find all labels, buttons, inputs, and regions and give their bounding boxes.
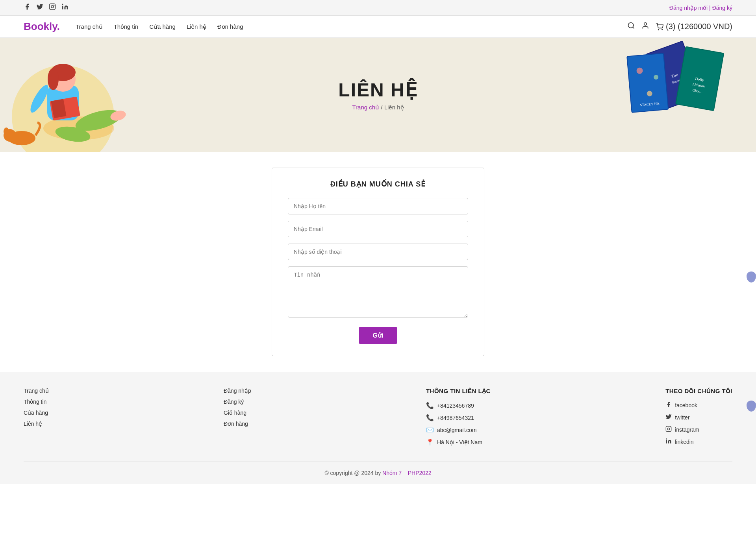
message-input[interactable] bbox=[288, 266, 468, 318]
hero-illustration bbox=[0, 38, 165, 152]
facebook-icon[interactable] bbox=[24, 3, 31, 12]
svg-rect-0 bbox=[50, 4, 56, 10]
svg-point-6 bbox=[644, 23, 647, 26]
address-value: Hà Nội - Việt Nam bbox=[437, 439, 482, 445]
footer-twitter-icon bbox=[665, 414, 672, 421]
footer-link-home[interactable]: Trang chủ bbox=[24, 388, 49, 394]
logo[interactable]: Bookly. bbox=[24, 20, 60, 33]
register-link[interactable]: Đăng ký bbox=[712, 5, 732, 11]
nav-orders[interactable]: Đơn hàng bbox=[217, 23, 243, 30]
footer-linkedin-label: linkedin bbox=[675, 439, 693, 445]
svg-point-14 bbox=[48, 68, 59, 90]
footer-facebook[interactable]: facebook bbox=[665, 401, 732, 409]
social-icons bbox=[24, 3, 69, 12]
user-icon[interactable] bbox=[641, 22, 649, 31]
phone2-item: 📞 +84987654321 bbox=[426, 414, 491, 421]
footer-link-store[interactable]: Cửa hàng bbox=[24, 410, 49, 416]
footer-facebook-label: facebook bbox=[675, 402, 697, 408]
nav-contact[interactable]: Liên hệ bbox=[187, 23, 206, 30]
svg-point-42 bbox=[670, 427, 670, 428]
footer-link-orders[interactable]: Đơn hàng bbox=[224, 421, 251, 427]
footer-linkedin[interactable]: linkedin bbox=[665, 438, 732, 445]
footer-linkedin-icon bbox=[665, 438, 672, 445]
footer-link-login[interactable]: Đăng nhập bbox=[224, 388, 251, 394]
drop-1 bbox=[747, 272, 756, 283]
footer-link-cart[interactable]: Giỏ hàng bbox=[224, 410, 251, 416]
phone2-value: +84987654321 bbox=[437, 415, 474, 421]
header: Bookly. Trang chủ Thông tin Cửa hàng Liê… bbox=[0, 16, 756, 38]
email-field-group bbox=[288, 221, 468, 237]
footer-instagram-label: instagram bbox=[675, 427, 699, 433]
contact-form-card: ĐIỀU BẠN MUỐN CHIA SẺ Gửi bbox=[272, 168, 484, 356]
svg-point-4 bbox=[628, 23, 634, 28]
footer-link-register[interactable]: Đăng ký bbox=[224, 399, 251, 405]
copyright-text: © copyright @ 2024 by bbox=[324, 470, 382, 476]
nav-home[interactable]: Trang chủ bbox=[76, 23, 103, 30]
nav-store[interactable]: Cửa hàng bbox=[149, 23, 176, 30]
message-field-group bbox=[288, 266, 468, 319]
svg-point-41 bbox=[667, 428, 669, 430]
name-input[interactable] bbox=[288, 198, 468, 214]
breadcrumb-separator: / bbox=[381, 104, 384, 111]
breadcrumb: Trang chủ / Liên hệ bbox=[338, 104, 417, 111]
phone-input[interactable] bbox=[288, 244, 468, 260]
footer-link-info[interactable]: Thông tin bbox=[24, 399, 49, 405]
footer-twitter-label: twitter bbox=[675, 414, 689, 421]
phone-icon-2: 📞 bbox=[426, 414, 434, 421]
decorative-drops bbox=[747, 272, 756, 412]
footer-instagram[interactable]: instagram bbox=[665, 426, 732, 433]
name-field-group bbox=[288, 198, 468, 214]
phone1-value: +84123456789 bbox=[437, 403, 474, 409]
email-value: abc@gmail.com bbox=[437, 427, 477, 433]
svg-point-2 bbox=[54, 5, 54, 6]
submit-button[interactable]: Gửi bbox=[359, 327, 398, 344]
phone-field-group bbox=[288, 244, 468, 260]
page-title: LIÊN HỆ bbox=[338, 79, 417, 101]
top-bar: Đăng nhập mới | Đăng ký bbox=[0, 0, 756, 16]
phone-icon-1: 📞 bbox=[426, 402, 434, 409]
breadcrumb-current: Liên hệ bbox=[384, 104, 404, 111]
contact-info-title: THÔNG TIN LIÊN LẠC bbox=[426, 388, 491, 395]
footer-col-3: THÔNG TIN LIÊN LẠC 📞 +84123456789 📞 +849… bbox=[426, 388, 491, 446]
svg-rect-40 bbox=[666, 426, 671, 431]
footer-twitter[interactable]: twitter bbox=[665, 414, 732, 421]
svg-point-8 bbox=[662, 29, 663, 30]
nav-info[interactable]: Thông tin bbox=[114, 23, 139, 30]
cart-button[interactable]: (3) (1260000 VND) bbox=[656, 22, 732, 31]
hero-banner: LIÊN HỆ Trang chủ / Liên hệ The Found Do… bbox=[0, 38, 756, 152]
email-input[interactable] bbox=[288, 221, 468, 237]
email-icon: ✉️ bbox=[426, 426, 434, 434]
linkedin-icon[interactable] bbox=[61, 3, 69, 12]
footer-col-1: Trang chủ Thông tin Cửa hàng Liên hệ bbox=[24, 388, 49, 446]
instagram-icon[interactable] bbox=[49, 3, 56, 12]
contact-section: ĐIỀU BẠN MUỐN CHIA SẺ Gửi bbox=[0, 152, 756, 372]
social-title: THEO DÕI CHÚNG TÔI bbox=[665, 388, 732, 394]
footer-link-contact[interactable]: Liên hệ bbox=[24, 421, 49, 427]
hero-text: LIÊN HỆ Trang chủ / Liên hệ bbox=[338, 79, 417, 111]
phone1-item: 📞 +84123456789 bbox=[426, 402, 491, 409]
drop-2 bbox=[747, 401, 756, 412]
svg-point-24 bbox=[5, 128, 8, 131]
footer-instagram-icon bbox=[665, 426, 672, 433]
svg-point-43 bbox=[666, 438, 667, 440]
footer-bottom: © copyright @ 2024 by Nhóm 7 _ PHP2022 bbox=[24, 466, 732, 476]
form-title: ĐIỀU BẠN MUỐN CHIA SẺ bbox=[288, 180, 468, 188]
twitter-icon[interactable] bbox=[36, 3, 43, 12]
auth-links: Đăng nhập mới | Đăng ký bbox=[669, 5, 732, 11]
header-actions: (3) (1260000 VND) bbox=[627, 22, 732, 31]
svg-point-7 bbox=[658, 29, 659, 30]
footer: Trang chủ Thông tin Cửa hàng Liên hệ Đăn… bbox=[0, 372, 756, 484]
footer-divider bbox=[24, 462, 732, 462]
address-item: 📍 Hà Nội - Việt Nam bbox=[426, 438, 491, 446]
hero-books: The Found Dolly Alderton Ghos... STACEY … bbox=[598, 38, 756, 152]
copyright-link[interactable]: Nhóm 7 _ PHP2022 bbox=[382, 470, 432, 476]
svg-point-1 bbox=[51, 6, 54, 8]
main-nav: Trang chủ Thông tin Cửa hàng Liên hệ Đơn… bbox=[76, 23, 627, 30]
footer-col-4: THEO DÕI CHÚNG TÔI facebook twitter inst… bbox=[665, 388, 732, 446]
svg-line-5 bbox=[633, 27, 634, 29]
search-icon[interactable] bbox=[627, 22, 635, 31]
login-link[interactable]: Đăng nhập mới bbox=[669, 5, 708, 11]
breadcrumb-home[interactable]: Trang chủ bbox=[352, 104, 379, 111]
footer-col-2: Đăng nhập Đăng ký Giỏ hàng Đơn hàng bbox=[224, 388, 251, 446]
email-item: ✉️ abc@gmail.com bbox=[426, 426, 491, 434]
